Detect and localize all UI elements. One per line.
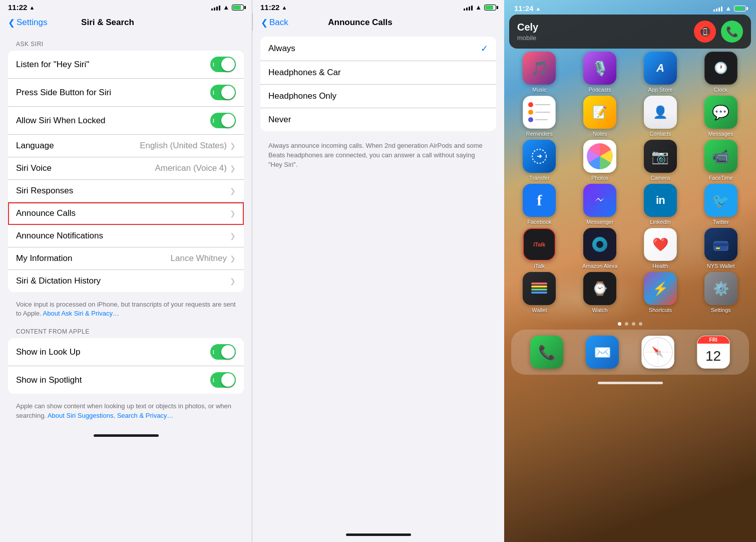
option-always[interactable]: Always ✓ [260, 37, 496, 61]
app-podcasts-wrap[interactable]: 🎙️ Podcasts [572, 52, 628, 93]
show-spotlight-row[interactable]: Show in Spotlight I [8, 366, 244, 394]
app-messages-wrap[interactable]: 💬 Messages [692, 96, 749, 137]
show-look-up-toggle[interactable]: I [210, 344, 236, 360]
location-icon-2: ▲ [281, 5, 287, 11]
app-italk-wrap[interactable]: iTalk iTalk [511, 228, 568, 269]
app-contacts-wrap[interactable]: 👤 Contacts [632, 96, 689, 137]
allow-locked-toggle[interactable]: I [210, 113, 236, 128]
dock-calendar-wrap[interactable]: FRI 12 [697, 336, 730, 369]
app-facebook-icon: f [523, 184, 556, 217]
dock-phone-wrap[interactable]: 📞 [530, 336, 563, 369]
app-twitter-wrap[interactable]: 🐦 Twitter [692, 184, 749, 225]
app-reminders-icon [523, 96, 556, 129]
app-messages-icon: 💬 [704, 96, 737, 129]
option-headphones-car[interactable]: Headphones & Car [260, 61, 496, 85]
show-look-up-row[interactable]: Show in Look Up I [8, 338, 244, 366]
page-dots [504, 322, 756, 326]
my-information-value: Lance Whitney [171, 253, 227, 263]
language-value: English (United States) [140, 141, 227, 151]
siri-voice-row[interactable]: Siri Voice American (Voice 4) ❯ [8, 157, 244, 180]
app-messenger-label: Messenger [586, 219, 613, 225]
back-label-2: Back [269, 18, 288, 28]
app-photos-wrap[interactable]: Photos [572, 140, 628, 181]
app-nyswallet-wrap[interactable]: NYS Wallet [692, 228, 749, 269]
siri-responses-chevron: ❯ [230, 187, 236, 195]
app-music-wrap[interactable]: 🎵 Music [511, 52, 568, 93]
app-row-4: iTalk iTalk Amazon Alexa ❤️ Health [511, 228, 749, 269]
battery-icon-2 [484, 5, 496, 11]
app-facetime-wrap[interactable]: 📹 FaceTime [692, 140, 749, 181]
accept-button[interactable]: 📞 [721, 21, 743, 43]
app-messages-label: Messages [708, 131, 733, 137]
page-dot-3 [632, 322, 635, 326]
app-nyswallet-label: NYS Wallet [707, 263, 735, 269]
announce-calls-chevron: ❯ [230, 209, 236, 217]
back-button-1[interactable]: ❮ Settings [8, 18, 47, 28]
app-health-wrap[interactable]: ❤️ Health [632, 228, 689, 269]
app-health-label: Health [652, 263, 668, 269]
ask-siri-footnote: Voice input is processed on iPhone, but … [0, 297, 252, 318]
dock-mail-wrap[interactable]: ✉️ [586, 336, 619, 369]
app-linkedin-wrap[interactable]: in LinkedIn [632, 184, 689, 225]
app-clock-wrap[interactable]: 🕐 Clock [692, 52, 749, 93]
allow-locked-label: Allow Siri When Locked [16, 116, 210, 126]
announce-calls-row[interactable]: Announce Calls ❯ [8, 202, 244, 225]
apps-rows: Reminders 📝 Notes 👤 Contacts 💬 Messages [504, 96, 756, 316]
allow-locked-row[interactable]: Allow Siri When Locked I [8, 107, 244, 135]
language-row[interactable]: Language English (United States) ❯ [8, 135, 244, 157]
app-wallet-icon [523, 272, 556, 305]
app-settings-wrap[interactable]: ⚙️ Settings [692, 272, 749, 313]
listen-hey-siri-toggle[interactable]: I [210, 57, 236, 72]
app-alexa-wrap[interactable]: Amazon Alexa [572, 228, 628, 269]
decline-button[interactable]: 📵 [694, 21, 716, 43]
back-button-2[interactable]: ❮ Back [261, 18, 288, 28]
page-dot-2 [625, 322, 628, 326]
show-spotlight-toggle[interactable]: I [210, 372, 236, 388]
announce-calls-label: Announce Calls [16, 208, 230, 218]
app-facebook-wrap[interactable]: f Facebook [511, 184, 568, 225]
status-right-2: ▲ [464, 4, 496, 11]
siri-responses-row[interactable]: Siri Responses ❯ [8, 180, 244, 202]
status-bar-3: 11:24 ▲ ▲ [504, 0, 756, 15]
option-headphones-only[interactable]: Headphones Only [260, 85, 496, 108]
search-privacy-link[interactable]: Search & Privacy… [117, 412, 174, 419]
app-watch-wrap[interactable]: ⌚ Watch [572, 272, 628, 313]
app-nyswallet-icon [704, 228, 737, 261]
app-row-5: Wallet ⌚ Watch ⚡ Shortcuts ⚙️ Settings [511, 272, 749, 313]
app-transfer-wrap[interactable]: Transfer [511, 140, 568, 181]
app-notes-wrap[interactable]: 📝 Notes [572, 96, 628, 137]
app-italk-label: iTalk [534, 263, 545, 269]
app-messenger-wrap[interactable]: Messenger [572, 184, 628, 225]
dock-safari-wrap[interactable] [641, 336, 674, 369]
status-left-1: 11:22 ▲ [8, 3, 35, 12]
svg-rect-6 [531, 289, 547, 291]
press-side-button-toggle[interactable]: I [210, 85, 236, 100]
show-look-up-label: Show in Look Up [16, 347, 210, 357]
press-side-button-row[interactable]: Press Side Button for Siri I [8, 79, 244, 107]
nav-bar-1: ❮ Settings Siri & Search [0, 14, 215, 31]
app-podcasts-label: Podcasts [589, 87, 611, 93]
option-never[interactable]: Never [260, 108, 496, 131]
my-information-row[interactable]: My Information Lance Whitney ❯ [8, 247, 244, 270]
app-camera-wrap[interactable]: 📷 Camera [632, 140, 689, 181]
siri-suggestions-link[interactable]: About Siri Suggestions [48, 412, 114, 419]
app-health-icon: ❤️ [644, 228, 677, 261]
app-podcasts-icon: 🎙️ [583, 52, 616, 85]
press-side-button-label: Press Side Button for Siri [16, 88, 210, 98]
dictation-history-row[interactable]: Siri & Dictation History ❯ [8, 270, 244, 292]
accept-icon: 📞 [726, 26, 738, 38]
announce-notifications-row[interactable]: Announce Notifications ❯ [8, 225, 244, 247]
app-watch-label: Watch [592, 307, 608, 313]
listen-hey-siri-row[interactable]: Listen for "Hey Siri" I [8, 51, 244, 79]
app-reminders-wrap[interactable]: Reminders [511, 96, 568, 137]
ask-siri-privacy-link[interactable]: About Ask Siri & Privacy… [43, 310, 119, 317]
app-clock-icon: 🕐 [704, 52, 737, 85]
ask-siri-header: ASK SIRI [0, 31, 252, 51]
app-appstore-wrap[interactable]: A App Store [632, 52, 689, 93]
content-from-apple-group: Show in Look Up I Show in Spotlight I [8, 338, 244, 394]
app-shortcuts-wrap[interactable]: ⚡ Shortcuts [632, 272, 689, 313]
page-dot-4 [639, 322, 642, 326]
call-banner: Cely mobile 📵 📞 [509, 15, 751, 49]
app-wallet-wrap[interactable]: Wallet [511, 272, 568, 313]
home-bar-2 [252, 529, 504, 542]
